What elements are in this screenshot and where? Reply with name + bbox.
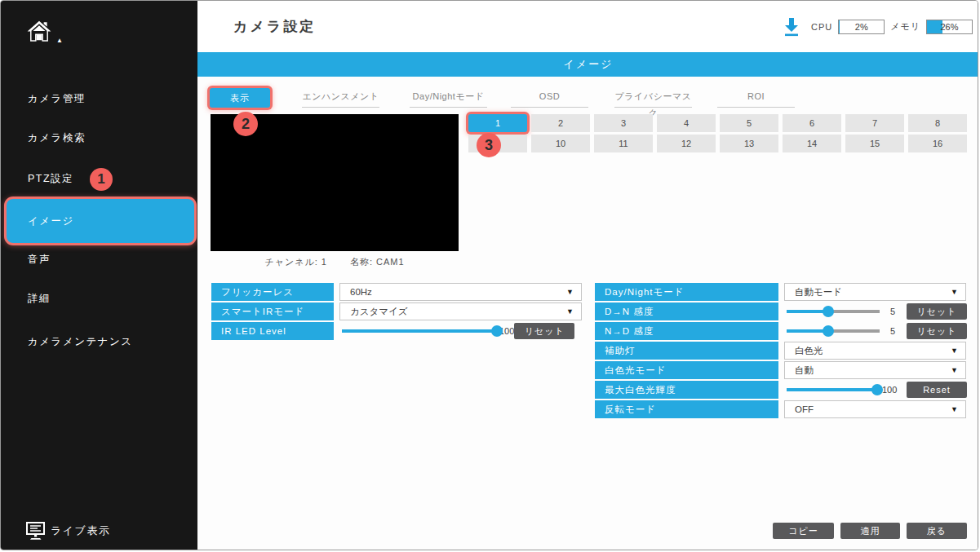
smart-ir-label: スマートIRモード <box>211 302 334 320</box>
slider-knob[interactable] <box>491 325 503 337</box>
slider-fill <box>787 329 828 333</box>
slider-fill <box>787 388 877 391</box>
setting-row-white-light-mode: 白色光モード 自動 ▼ <box>595 361 967 379</box>
day-night-mode-label: Day/Nightモード <box>595 283 778 301</box>
setting-row-smart-ir: スマートIRモード カスタマイズ ▼ <box>211 302 569 320</box>
annotation-badge-1: 1 <box>90 168 113 191</box>
sidebar-item-camera-maintenance[interactable]: カメラメンテナンス <box>28 333 133 350</box>
sidebar-item-audio[interactable]: 音声 <box>28 251 51 267</box>
d2n-sensitivity-slider[interactable] <box>787 310 880 313</box>
channel-button-14[interactable]: 14 <box>783 135 841 152</box>
channel-button-2[interactable]: 2 <box>531 114 590 132</box>
flicker-dropdown[interactable]: 60Hz ▼ <box>339 283 582 301</box>
d2n-sensitivity-value: 5 <box>890 307 895 316</box>
max-white-brightness-value: 100 <box>882 385 897 395</box>
sidebar-item-camera-search[interactable]: カメラ検索 <box>28 130 86 146</box>
n2d-sensitivity-label: N→D 感度 <box>595 322 778 340</box>
apply-button[interactable]: 適用 <box>840 523 900 539</box>
ir-led-level-slider[interactable] <box>342 329 497 333</box>
flip-mode-value: OFF <box>795 404 814 414</box>
memory-gauge: 26% <box>926 20 973 34</box>
setting-row-aux-light: 補助灯 白色光 ▼ <box>595 342 967 360</box>
ir-led-level-label: IR LED Level <box>211 322 334 340</box>
smart-ir-dropdown[interactable]: カスタマイズ ▼ <box>339 302 582 320</box>
preview-name-label: 名称: CAM1 <box>350 256 405 268</box>
setting-row-n2d-sensitivity: N→D 感度 5 リセット <box>595 322 967 340</box>
cpu-value: 2% <box>839 20 884 33</box>
sidebar-item-image-selected[interactable]: イメージ <box>7 199 194 243</box>
channel-button-13[interactable]: 13 <box>720 135 778 152</box>
download-icon[interactable] <box>783 16 800 38</box>
chevron-down-icon: ▼ <box>951 288 958 296</box>
d2n-sensitivity-label: D→N 感度 <box>595 302 778 320</box>
n2d-reset-button[interactable]: リセット <box>907 323 967 339</box>
channel-button-15[interactable]: 15 <box>845 135 904 152</box>
memory-label: メモリ <box>890 20 920 33</box>
white-light-mode-label: 白色光モード <box>595 361 778 379</box>
channel-button-8[interactable]: 8 <box>908 114 967 132</box>
tab-day-night-mode[interactable]: Day/Nightモード <box>410 88 487 108</box>
setting-row-flicker: フリッカーレス 60Hz ▼ <box>211 283 569 301</box>
channel-button-1[interactable]: 1 <box>468 114 527 132</box>
ir-led-reset-button[interactable]: リセット <box>514 323 574 339</box>
home-caret-icon: ▲ <box>56 37 63 45</box>
day-night-mode-value: 自動モード <box>795 286 842 298</box>
white-light-mode-dropdown[interactable]: 自動 ▼ <box>784 361 966 379</box>
n2d-sensitivity-value: 5 <box>890 326 895 336</box>
channel-button-16[interactable]: 16 <box>908 135 967 152</box>
channel-button-6[interactable]: 6 <box>783 114 841 132</box>
system-stats: CPU 2% メモリ 26% <box>783 1 973 52</box>
flicker-value: 60Hz <box>350 287 372 297</box>
aux-light-label: 補助灯 <box>595 342 778 360</box>
slider-knob[interactable] <box>823 325 834 337</box>
copy-button[interactable]: コピー <box>773 523 834 539</box>
chevron-down-icon: ▼ <box>566 307 574 316</box>
max-white-brightness-slider[interactable] <box>787 388 880 391</box>
back-button[interactable]: 戻る <box>907 523 967 539</box>
channel-button-3[interactable]: 3 <box>594 114 653 132</box>
day-night-mode-dropdown[interactable]: 自動モード ▼ <box>784 283 966 301</box>
tab-osd[interactable]: OSD <box>511 88 588 108</box>
flicker-label: フリッカーレス <box>211 283 334 301</box>
live-view-button[interactable]: ライブ表示 <box>25 521 110 541</box>
top-bar: カメラ設定 CPU 2% メモリ 26% <box>197 1 978 52</box>
flip-mode-dropdown[interactable]: OFF ▼ <box>784 400 966 418</box>
max-white-brightness-reset-button[interactable]: Reset <box>907 382 967 398</box>
max-white-brightness-label: 最大白色光輝度 <box>595 381 778 399</box>
home-menu-button[interactable]: ▲ <box>25 19 63 45</box>
setting-row-max-white-brightness: 最大白色光輝度 100 Reset <box>595 381 967 399</box>
n2d-sensitivity-slider[interactable] <box>787 329 880 333</box>
aux-light-dropdown[interactable]: 白色光 ▼ <box>784 342 966 360</box>
live-view-label: ライブ表示 <box>51 523 110 538</box>
channel-button-10[interactable]: 10 <box>531 135 590 152</box>
channel-button-12[interactable]: 12 <box>657 135 716 152</box>
chevron-down-icon: ▼ <box>566 288 574 296</box>
slider-fill <box>787 310 828 313</box>
sidebar-item-ptz-settings[interactable]: PTZ設定 <box>28 170 73 187</box>
tab-privacy-mask[interactable]: プライバシーマスク <box>614 88 692 108</box>
slider-knob[interactable] <box>871 384 883 395</box>
tab-enhancement[interactable]: エンハンスメント <box>302 88 379 108</box>
channel-button-7[interactable]: 7 <box>845 114 904 132</box>
aux-light-value: 白色光 <box>795 345 823 357</box>
slider-knob[interactable] <box>823 306 834 317</box>
white-light-mode-value: 自動 <box>795 364 814 377</box>
setting-row-ir-led-level: IR LED Level 100 リセット <box>211 322 569 340</box>
page-title: カメラ設定 <box>233 1 316 52</box>
home-icon <box>25 19 53 45</box>
tab-display-selected[interactable]: 表示 <box>210 88 270 108</box>
footer-buttons: コピー 適用 戻る <box>773 523 967 539</box>
setting-row-day-night-mode: Day/Nightモード 自動モード ▼ <box>595 283 967 301</box>
channel-button-4[interactable]: 4 <box>657 114 716 132</box>
d2n-reset-button[interactable]: リセット <box>907 303 967 320</box>
sidebar-item-advanced[interactable]: 詳細 <box>28 290 51 307</box>
live-view-monitor-icon <box>25 521 47 541</box>
smart-ir-value: カスタマイズ <box>350 306 408 318</box>
channel-button-11[interactable]: 11 <box>594 135 653 152</box>
cpu-gauge: 2% <box>838 20 885 34</box>
content-area: 表示 エンハンスメント Day/Nightモード OSD プライバシーマスク R… <box>197 77 978 550</box>
tab-roi[interactable]: ROI <box>717 88 795 108</box>
sidebar-item-camera-management[interactable]: カメラ管理 <box>28 91 86 107</box>
channel-button-5[interactable]: 5 <box>720 114 778 132</box>
flip-mode-label: 反転モード <box>595 400 778 418</box>
